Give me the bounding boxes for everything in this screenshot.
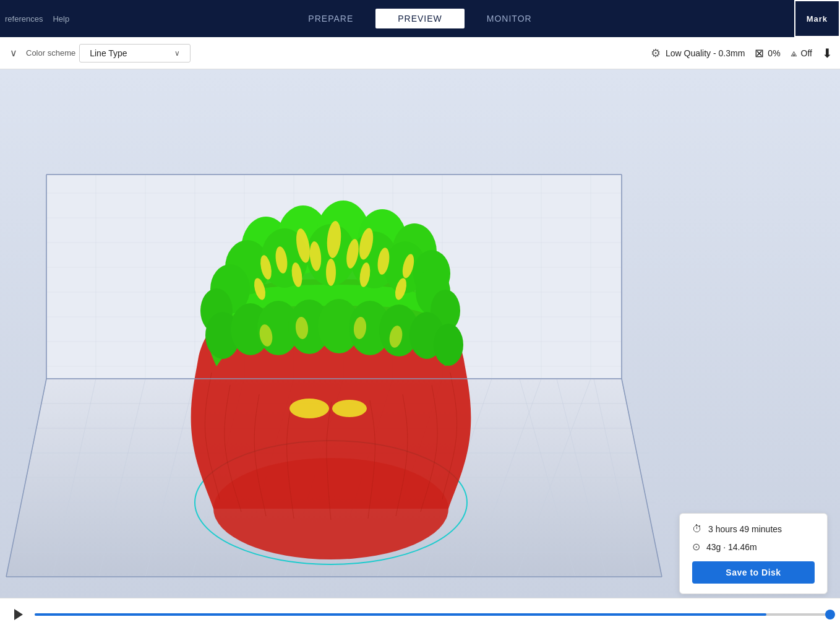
quality-label: Low Quality - 0.3mm bbox=[666, 48, 745, 58]
toolbar-left: ∨ Color scheme Line Type ∨ bbox=[7, 44, 646, 63]
main-nav-tabs: PREPARE PREVIEW MONITOR bbox=[286, 9, 554, 28]
help-menu[interactable]: Help bbox=[53, 14, 69, 24]
scrubber-thumb[interactable] bbox=[825, 610, 835, 619]
layer-scrubber[interactable] bbox=[35, 613, 830, 616]
top-nav-right: Mark bbox=[794, 0, 840, 37]
color-scheme-dropdown[interactable]: Line Type ∨ bbox=[79, 44, 191, 63]
tab-monitor[interactable]: MONITOR bbox=[465, 9, 554, 28]
save-to-disk-button[interactable]: Save to Disk bbox=[692, 561, 815, 584]
time-row: ⏱ 3 hours 49 minutes bbox=[692, 524, 815, 535]
references-menu[interactable]: references bbox=[5, 14, 43, 24]
infill-pct-value: 0% bbox=[768, 48, 780, 58]
tab-prepare[interactable]: PREPARE bbox=[286, 9, 375, 28]
play-triangle-icon bbox=[14, 609, 23, 620]
color-scheme-label: Color scheme bbox=[26, 48, 75, 58]
playback-bar bbox=[0, 598, 840, 630]
mark-button[interactable]: Mark bbox=[794, 0, 840, 37]
toolbar-right: ⚙ Low Quality - 0.3mm ⊠ 0% ⟁ Off ⬇ bbox=[651, 46, 833, 61]
color-scheme-value: Line Type bbox=[90, 48, 127, 58]
menu-left: references Help bbox=[0, 0, 79, 37]
print-weight: 43g · 14.46m bbox=[706, 542, 757, 552]
dropdown-chevron-icon: ∨ bbox=[174, 49, 180, 58]
scrubber-fill bbox=[35, 613, 766, 616]
print-time: 3 hours 49 minutes bbox=[708, 524, 782, 534]
svg-point-87 bbox=[289, 399, 329, 418]
weight-row: ⊙ 43g · 14.46m bbox=[692, 541, 815, 553]
toolbar-chevron-icon[interactable]: ∨ bbox=[7, 45, 20, 61]
settings-sliders-icon: ⚙ bbox=[651, 46, 661, 60]
support-label: Off bbox=[801, 48, 812, 58]
play-button[interactable] bbox=[10, 606, 27, 623]
support-icon: ⟁ bbox=[791, 46, 797, 59]
top-navigation: references Help PREPARE PREVIEW MONITOR … bbox=[0, 0, 840, 37]
toolbar-strip: ∨ Color scheme Line Type ∨ ⚙ Low Quality… bbox=[0, 37, 840, 69]
quality-setting[interactable]: ⚙ Low Quality - 0.3mm bbox=[651, 46, 745, 60]
download-icon[interactable]: ⬇ bbox=[822, 46, 833, 61]
svg-point-86 bbox=[326, 259, 336, 286]
infill-icon: ⊠ bbox=[755, 46, 764, 60]
tab-preview[interactable]: PREVIEW bbox=[375, 9, 465, 28]
svg-point-72 bbox=[434, 324, 463, 366]
svg-point-88 bbox=[332, 400, 367, 417]
info-panel: ⏱ 3 hours 49 minutes ⊙ 43g · 14.46m Save… bbox=[679, 513, 828, 594]
3d-viewport[interactable]: ⏱ 3 hours 49 minutes ⊙ 43g · 14.46m Save… bbox=[0, 69, 840, 630]
infill-setting[interactable]: ⊠ 0% bbox=[755, 46, 780, 60]
support-setting[interactable]: ⟁ Off bbox=[791, 46, 812, 59]
time-icon: ⏱ bbox=[692, 524, 702, 535]
weight-icon: ⊙ bbox=[692, 541, 700, 553]
